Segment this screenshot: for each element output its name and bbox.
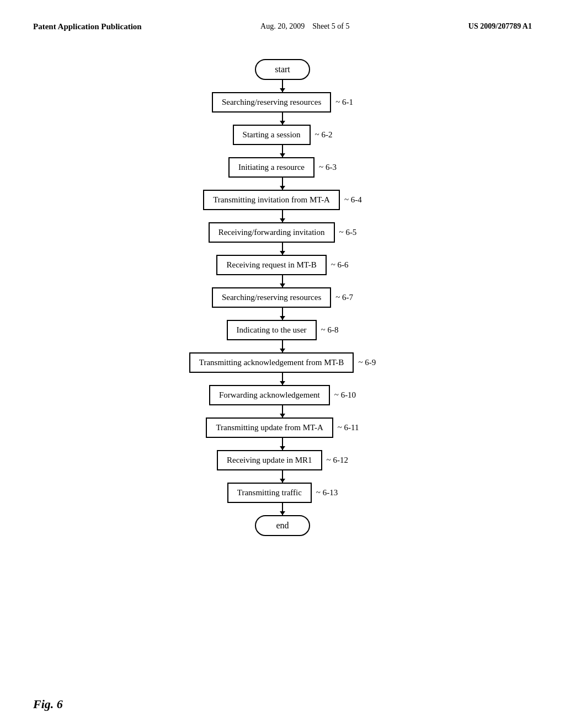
step-6-6: Receiving request in MT-B ~ 6-6 <box>216 255 348 275</box>
arrow-9 <box>282 373 283 385</box>
step-6-10-wrapper: Forwarding acknowledgement ~ 6-10 <box>209 385 356 405</box>
step-6-8-wrapper: Indicating to the user ~ 6-8 <box>227 320 339 340</box>
step-6-6-label: ~ 6-6 <box>331 260 349 270</box>
arrow-1 <box>282 113 283 125</box>
step-6-11-wrapper: Transmitting update from MT-A ~ 6-11 <box>206 417 359 438</box>
step-6-10: Forwarding acknowledgement ~ 6-10 <box>209 385 356 405</box>
arrow-2 <box>282 145 283 157</box>
step-6-5-label: ~ 6-5 <box>339 228 357 237</box>
step-6-12-box: Receiving update in MR1 <box>217 450 322 470</box>
page: Patent Application Publication Aug. 20, … <box>0 0 565 728</box>
step-6-4: Transmitting invitation from MT-A ~ 6-4 <box>203 190 362 210</box>
arrow-7 <box>282 308 283 320</box>
start-node: start <box>255 59 310 80</box>
step-6-9: Transmitting acknowledgement from MT-B ~… <box>189 352 376 373</box>
arrow-3 <box>282 178 283 190</box>
step-6-7: Searching/reserving resources ~ 6-7 <box>212 287 353 308</box>
step-6-11: Transmitting update from MT-A ~ 6-11 <box>206 417 359 438</box>
step-6-13-box: Transmitting traffic <box>227 483 312 503</box>
arrow-6 <box>282 275 283 287</box>
step-6-2-box: Starting a session <box>233 125 311 145</box>
step-6-12-wrapper: Receiving update in MR1 ~ 6-12 <box>217 450 348 470</box>
pub-date: Aug. 20, 2009 <box>260 22 305 30</box>
arrow-8 <box>282 340 283 352</box>
step-6-6-wrapper: Receiving request in MT-B ~ 6-6 <box>216 255 348 275</box>
step-6-5-wrapper: Receiving/forwarding invitation ~ 6-5 <box>209 222 357 243</box>
arrow-4 <box>282 210 283 222</box>
step-6-8-box: Indicating to the user <box>227 320 317 340</box>
end-node: end <box>255 515 310 536</box>
step-6-11-label: ~ 6-11 <box>338 423 359 432</box>
page-header: Patent Application Publication Aug. 20, … <box>33 22 532 31</box>
end-label: end <box>276 521 289 530</box>
step-6-3-label: ~ 6-3 <box>319 163 337 172</box>
step-6-1: Searching/reserving resources ~ 6-1 <box>212 92 353 113</box>
start-oval: start <box>255 59 310 80</box>
step-6-10-box: Forwarding acknowledgement <box>209 385 330 405</box>
end-oval: end <box>255 515 310 536</box>
step-6-7-box: Searching/reserving resources <box>212 287 331 308</box>
step-6-4-label: ~ 6-4 <box>344 195 362 205</box>
step-6-7-label: ~ 6-7 <box>335 293 353 302</box>
arrow-10 <box>282 405 283 417</box>
step-6-6-box: Receiving request in MT-B <box>216 255 326 275</box>
arrow-0 <box>282 80 283 92</box>
step-6-12-label: ~ 6-12 <box>327 456 348 465</box>
step-6-9-label: ~ 6-9 <box>358 358 376 367</box>
step-6-5-box: Receiving/forwarding invitation <box>209 222 335 243</box>
step-6-9-box: Transmitting acknowledgement from MT-B <box>189 352 354 373</box>
step-6-8-label: ~ 6-8 <box>321 325 339 335</box>
figure-label: Fig. 6 <box>33 697 63 711</box>
publication-number: US 2009/207789 A1 <box>468 22 532 31</box>
step-6-11-box: Transmitting update from MT-A <box>206 417 333 438</box>
step-6-7-wrapper: Searching/reserving resources ~ 6-7 <box>212 287 353 308</box>
sheet-info: Sheet 5 of 5 <box>312 22 349 30</box>
arrow-13 <box>282 503 283 515</box>
publication-label: Patent Application Publication <box>33 22 142 31</box>
publication-date-sheet: Aug. 20, 2009 Sheet 5 of 5 <box>260 22 349 31</box>
step-6-13-label: ~ 6-13 <box>316 488 338 497</box>
arrow-5 <box>282 243 283 255</box>
step-6-2-wrapper: Starting a session ~ 6-2 <box>233 125 333 145</box>
step-6-1-box: Searching/reserving resources <box>212 92 331 113</box>
step-6-13-wrapper: Transmitting traffic ~ 6-13 <box>227 483 338 503</box>
start-label: start <box>275 65 290 74</box>
step-6-2-label: ~ 6-2 <box>315 130 333 140</box>
flowchart: start Searching/reserving resources ~ 6-… <box>33 53 532 536</box>
step-6-13: Transmitting traffic ~ 6-13 <box>227 483 338 503</box>
step-6-10-label: ~ 6-10 <box>334 390 356 400</box>
step-6-3: Initiating a resource ~ 6-3 <box>228 157 337 178</box>
step-6-2: Starting a session ~ 6-2 <box>233 125 333 145</box>
step-6-9-wrapper: Transmitting acknowledgement from MT-B ~… <box>189 352 376 373</box>
step-6-5: Receiving/forwarding invitation ~ 6-5 <box>209 222 357 243</box>
step-6-8: Indicating to the user ~ 6-8 <box>227 320 339 340</box>
step-6-4-wrapper: Transmitting invitation from MT-A ~ 6-4 <box>203 190 362 210</box>
arrow-11 <box>282 438 283 450</box>
step-6-1-label: ~ 6-1 <box>335 98 353 107</box>
step-6-12: Receiving update in MR1 ~ 6-12 <box>217 450 348 470</box>
step-6-1-wrapper: Searching/reserving resources ~ 6-1 <box>212 92 353 113</box>
arrow-12 <box>282 470 283 483</box>
step-6-3-wrapper: Initiating a resource ~ 6-3 <box>228 157 337 178</box>
step-6-3-box: Initiating a resource <box>228 157 315 178</box>
step-6-4-box: Transmitting invitation from MT-A <box>203 190 340 210</box>
